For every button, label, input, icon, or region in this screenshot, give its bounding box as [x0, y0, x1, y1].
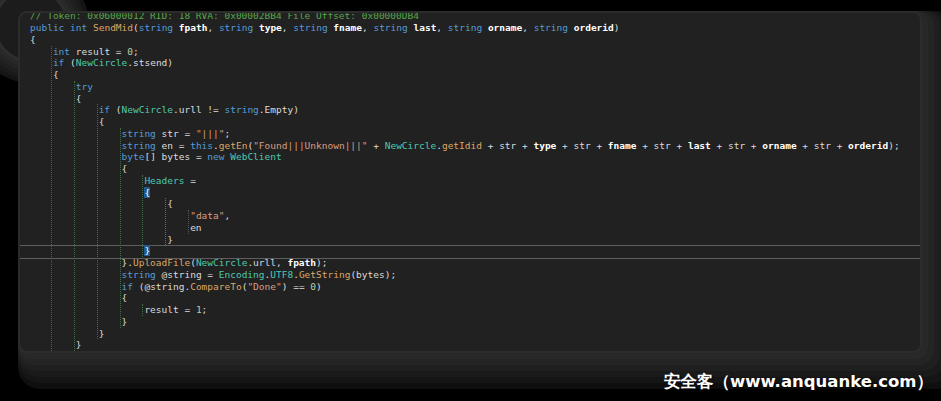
code-line[interactable]: if (NewCircle.stsend): [30, 57, 920, 69]
code-line[interactable]: {: [30, 93, 920, 105]
code-line[interactable]: }.UploadFile(NewCircle.urll, fpath);: [30, 257, 920, 269]
code-area[interactable]: // Token: 0x06000012 RID: 18 RVA: 0x0000…: [20, 13, 920, 351]
code-line[interactable]: if (NewCircle.urll != string.Empty): [30, 104, 920, 116]
code-line[interactable]: string en = this.getEn("Found|||Unknown|…: [30, 140, 920, 152]
code-editor[interactable]: // Token: 0x06000012 RID: 18 RVA: 0x0000…: [20, 13, 920, 351]
code-line[interactable]: }: [30, 316, 920, 328]
code-line[interactable]: {: [30, 69, 920, 81]
code-line[interactable]: en: [30, 222, 920, 234]
code-line[interactable]: try: [30, 81, 920, 93]
code-line[interactable]: {: [30, 292, 920, 304]
code-line[interactable]: }: [30, 339, 920, 351]
code-line[interactable]: }: [30, 245, 920, 257]
code-line[interactable]: public int SendMid(string fpath, string …: [30, 22, 920, 34]
code-line[interactable]: "data",: [30, 210, 920, 222]
code-line[interactable]: string @string = Encoding.UTF8.GetString…: [30, 269, 920, 281]
code-line[interactable]: string str = "|||";: [30, 128, 920, 140]
code-line[interactable]: {: [30, 34, 920, 46]
code-line[interactable]: {: [30, 116, 920, 128]
code-line[interactable]: Headers =: [30, 175, 920, 187]
code-line[interactable]: result = 1;: [30, 304, 920, 316]
code-line[interactable]: }: [30, 328, 920, 340]
code-line[interactable]: if (@string.CompareTo("Done") == 0): [30, 281, 920, 293]
watermark: 安全客（www.anquanke.com）: [664, 371, 933, 393]
code-line[interactable]: {: [30, 198, 920, 210]
code-line[interactable]: }: [30, 234, 920, 246]
code-line[interactable]: {: [30, 187, 920, 199]
code-line[interactable]: {: [30, 163, 920, 175]
code-line[interactable]: int result = 0;: [30, 46, 920, 58]
screenshot-frame: // Token: 0x06000012 RID: 18 RVA: 0x0000…: [0, 0, 941, 401]
code-line[interactable]: byte[] bytes = new WebClient: [30, 151, 920, 163]
code-line[interactable]: // Token: 0x06000012 RID: 18 RVA: 0x0000…: [30, 13, 920, 22]
